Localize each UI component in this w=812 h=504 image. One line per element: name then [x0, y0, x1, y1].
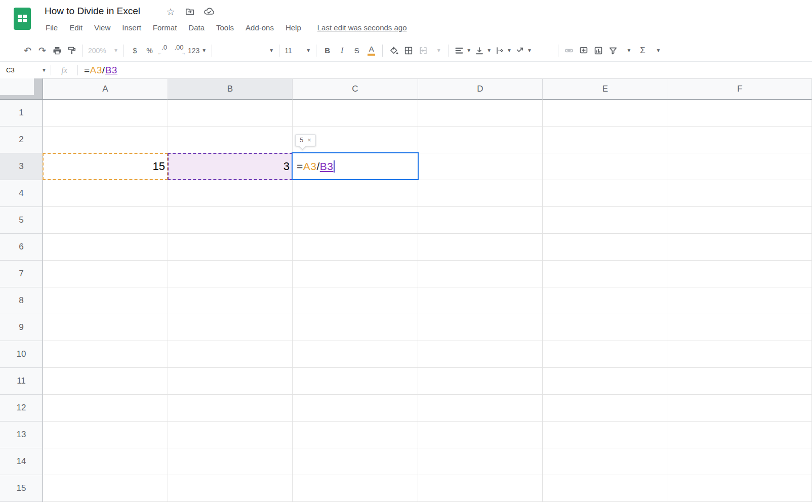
- cell-B13[interactable]: [168, 422, 293, 448]
- menu-data[interactable]: Data: [187, 23, 206, 32]
- cell-A1[interactable]: [43, 100, 168, 127]
- row-header-12[interactable]: 12: [0, 395, 43, 422]
- row-header-13[interactable]: 13: [0, 422, 43, 448]
- vertical-align-button[interactable]: ▼: [473, 43, 493, 58]
- cell-B4[interactable]: [168, 180, 293, 207]
- filter-button[interactable]: [606, 43, 621, 58]
- filter-views-dropdown[interactable]: ▼: [621, 43, 635, 58]
- cell-E8[interactable]: [543, 287, 668, 314]
- font-size-select[interactable]: 11 ▼: [283, 43, 312, 58]
- column-header-D[interactable]: D: [418, 78, 543, 100]
- cell-D2[interactable]: [418, 127, 543, 153]
- cell-F9[interactable]: [668, 314, 812, 341]
- cell-E14[interactable]: [543, 448, 668, 475]
- cell-F1[interactable]: [668, 100, 812, 127]
- menu-view[interactable]: View: [93, 23, 111, 32]
- cell-D15[interactable]: [418, 475, 543, 502]
- row-header-7[interactable]: 7: [0, 261, 43, 287]
- cell-A14[interactable]: [43, 448, 168, 475]
- cell-D3[interactable]: [418, 153, 543, 180]
- cell-B5[interactable]: [168, 207, 293, 234]
- cell-A4[interactable]: [43, 180, 168, 207]
- row-header-1[interactable]: 1: [0, 100, 43, 127]
- cell-B3[interactable]: 3: [168, 153, 293, 180]
- cell-A9[interactable]: [43, 314, 168, 341]
- cell-E2[interactable]: [543, 127, 668, 153]
- cell-E1[interactable]: [543, 100, 668, 127]
- percent-format-button[interactable]: %: [142, 43, 157, 58]
- cell-C11[interactable]: [293, 368, 418, 395]
- cell-D10[interactable]: [418, 341, 543, 368]
- cell-D8[interactable]: [418, 287, 543, 314]
- cell-E3[interactable]: [543, 153, 668, 180]
- cell-A10[interactable]: [43, 341, 168, 368]
- borders-button[interactable]: [401, 43, 416, 58]
- cell-E5[interactable]: [543, 207, 668, 234]
- merge-cells-button[interactable]: [416, 43, 430, 58]
- cell-B1[interactable]: [168, 100, 293, 127]
- cell-C5[interactable]: [293, 207, 418, 234]
- formula-input[interactable]: =A3/B3: [84, 65, 117, 76]
- cell-C15[interactable]: [293, 475, 418, 502]
- cell-B12[interactable]: [168, 395, 293, 422]
- cell-E7[interactable]: [543, 261, 668, 287]
- cell-C7[interactable]: [293, 261, 418, 287]
- column-header-E[interactable]: E: [543, 78, 668, 100]
- row-header-8[interactable]: 8: [0, 287, 43, 314]
- cell-E11[interactable]: [543, 368, 668, 395]
- cell-F13[interactable]: [668, 422, 812, 448]
- cell-B10[interactable]: [168, 341, 293, 368]
- text-rotation-button[interactable]: ▼: [513, 43, 534, 58]
- cloud-saved-icon[interactable]: [204, 6, 215, 17]
- cell-A8[interactable]: [43, 287, 168, 314]
- cell-editor-c3[interactable]: =A3/B3: [292, 152, 419, 180]
- cell-A2[interactable]: [43, 127, 168, 153]
- row-header-2[interactable]: 2: [0, 127, 43, 153]
- cell-E4[interactable]: [543, 180, 668, 207]
- number-format-button[interactable]: 123 ▼: [186, 43, 208, 58]
- cell-D11[interactable]: [418, 368, 543, 395]
- row-header-11[interactable]: 11: [0, 368, 43, 395]
- menu-insert[interactable]: Insert: [121, 23, 142, 32]
- cell-D1[interactable]: [418, 100, 543, 127]
- cell-C9[interactable]: [293, 314, 418, 341]
- functions-button[interactable]: Σ: [635, 43, 650, 58]
- row-header-9[interactable]: 9: [0, 314, 43, 341]
- cell-F12[interactable]: [668, 395, 812, 422]
- last-edit-status[interactable]: Last edit was seconds ago: [317, 23, 407, 32]
- cell-A3[interactable]: 15: [43, 153, 168, 180]
- sheets-logo-icon[interactable]: [14, 8, 31, 30]
- insert-chart-button[interactable]: [591, 43, 606, 58]
- redo-button[interactable]: ↷: [35, 43, 50, 58]
- cell-A12[interactable]: [43, 395, 168, 422]
- cell-F5[interactable]: [668, 207, 812, 234]
- move-folder-icon[interactable]: [184, 6, 195, 17]
- text-color-button[interactable]: A: [364, 43, 379, 58]
- cell-C13[interactable]: [293, 422, 418, 448]
- cell-A6[interactable]: [43, 234, 168, 261]
- column-header-B[interactable]: B: [168, 78, 293, 100]
- cell-B8[interactable]: [168, 287, 293, 314]
- cell-E13[interactable]: [543, 422, 668, 448]
- row-header-15[interactable]: 15: [0, 475, 43, 502]
- fill-color-button[interactable]: [386, 43, 401, 58]
- menu-add-ons[interactable]: Add-ons: [245, 23, 275, 32]
- text-wrap-button[interactable]: ▼: [493, 43, 513, 58]
- menu-tools[interactable]: Tools: [215, 23, 235, 32]
- currency-format-button[interactable]: $: [128, 43, 142, 58]
- cell-C12[interactable]: [293, 395, 418, 422]
- cell-E9[interactable]: [543, 314, 668, 341]
- cell-A15[interactable]: [43, 475, 168, 502]
- cell-F6[interactable]: [668, 234, 812, 261]
- document-title[interactable]: How to Divide in Excel: [45, 6, 140, 17]
- menu-file[interactable]: File: [45, 23, 59, 32]
- cell-B14[interactable]: [168, 448, 293, 475]
- functions-dropdown[interactable]: ▼: [650, 43, 665, 58]
- cell-F8[interactable]: [668, 287, 812, 314]
- cell-F2[interactable]: [668, 127, 812, 153]
- row-header-10[interactable]: 10: [0, 341, 43, 368]
- cell-F14[interactable]: [668, 448, 812, 475]
- bold-button[interactable]: B: [320, 43, 335, 58]
- cell-A13[interactable]: [43, 422, 168, 448]
- cell-B15[interactable]: [168, 475, 293, 502]
